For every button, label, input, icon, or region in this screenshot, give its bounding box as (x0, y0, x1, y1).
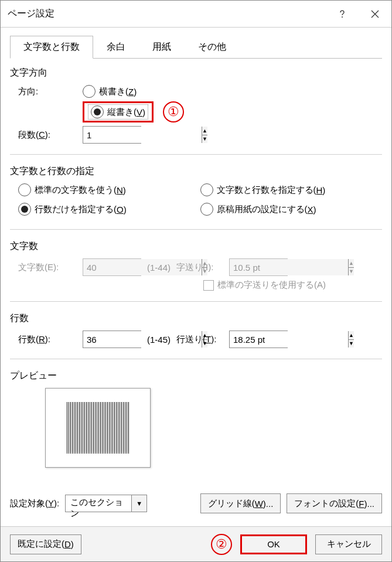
char-count-range: (1-44) (147, 263, 171, 273)
line-count-spinbox[interactable]: ▲▼ (83, 331, 141, 348)
page-setup-dialog: ページ設定 文字数と行数 余白 用紙 その他 文字方向 方向: 横書き(Z) (0, 0, 392, 562)
char-pitch-label: 字送り(I): (176, 262, 229, 273)
tab-chars-lines[interactable]: 文字数と行数 (10, 36, 93, 59)
tab-strip: 文字数と行数 余白 用紙 その他 (10, 36, 382, 59)
spin-down-icon: ▼ (349, 268, 354, 276)
set-default-button[interactable]: 既定に設定(D) (10, 534, 81, 554)
line-count-range: (1-45) (147, 335, 171, 345)
radio-icon (18, 203, 31, 216)
columns-input[interactable] (83, 127, 202, 143)
section-title: 文字方向 (10, 67, 382, 79)
section-spec: 文字数と行数の指定 標準の文字数を使う(N) 文字数と行数を指定する(H) (10, 165, 382, 222)
spin-down-icon[interactable]: ▼ (202, 135, 207, 144)
help-icon (338, 9, 347, 19)
spin-up-icon[interactable]: ▲ (349, 331, 354, 340)
callout-1: ① (163, 101, 184, 122)
radio-icon (91, 105, 104, 118)
radio-standard-chars[interactable]: 標準の文字数を使う(N) (18, 183, 126, 196)
columns-spinbox[interactable]: ▲▼ (83, 126, 141, 144)
cancel-button[interactable]: キャンセル (315, 534, 382, 554)
line-count-label: 行数(R): (18, 334, 83, 345)
radio-lines-only[interactable]: 行数だけを指定する(O) (18, 203, 127, 216)
radio-icon (18, 183, 31, 196)
chevron-down-icon: ▼ (131, 495, 146, 512)
columns-label: 段数(C): (18, 130, 83, 141)
preview-lines-icon (61, 396, 135, 459)
spin-up-icon[interactable]: ▲ (202, 127, 207, 135)
section-text-direction: 文字方向 方向: 横書き(Z) 縦書き(V) ① 段数( (10, 67, 382, 147)
font-button[interactable]: フォントの設定(F)... (287, 493, 382, 513)
close-button[interactable] (359, 1, 391, 28)
callout-box-1: 縦書き(V) (83, 101, 154, 122)
grid-button[interactable]: グリッド線(W)... (200, 493, 281, 513)
direction-label: 方向: (18, 86, 83, 97)
apply-row: 設定対象(Y): このセクション ▼ グリッド線(W)... フォントの設定(F… (10, 493, 382, 513)
titlebar: ページ設定 (1, 1, 391, 28)
spin-down-icon[interactable]: ▼ (349, 340, 354, 348)
radio-manuscript[interactable]: 原稿用紙の設定にする(X) (200, 203, 316, 216)
tab-paper[interactable]: 用紙 (139, 36, 185, 58)
default-pitch-checkbox (203, 280, 214, 291)
section-preview: プレビュー (10, 370, 382, 474)
char-count-spinbox: ▲▼ (83, 258, 141, 276)
apply-select[interactable]: このセクション ▼ (65, 495, 147, 512)
apply-label: 設定対象(Y): (10, 498, 59, 509)
spin-up-icon: ▲ (349, 259, 354, 268)
help-button[interactable] (326, 1, 359, 28)
dialog-footer: 既定に設定(D) ② OK キャンセル (1, 526, 391, 561)
default-pitch-label: 標準の字送りを使用する(A) (217, 280, 326, 291)
ok-button[interactable]: OK (240, 534, 307, 554)
tab-other[interactable]: その他 (185, 36, 240, 58)
line-pitch-label: 行送り(T): (176, 334, 229, 345)
line-pitch-spinbox[interactable]: ▲▼ (229, 331, 288, 348)
section-lines: 行数 行数(R): ▲▼ (1-45) 行送り(T): ▲▼ (10, 312, 382, 352)
radio-icon (200, 183, 213, 196)
radio-icon (83, 85, 96, 98)
svg-point-0 (342, 16, 343, 18)
radio-vertical[interactable]: 縦書き(V) (88, 104, 148, 120)
close-icon (370, 9, 380, 19)
callout-2: ② (211, 534, 232, 555)
char-count-label: 文字数(E): (18, 262, 83, 273)
preview-box (45, 388, 151, 468)
dialog-title: ページ設定 (8, 8, 326, 20)
radio-horizontal[interactable]: 横書き(Z) (83, 85, 137, 98)
section-chars: 文字数 文字数(E): ▲▼ (1-44) 字送り(I): ▲▼ 標準の字送りを… (10, 240, 382, 294)
tab-margins[interactable]: 余白 (93, 36, 139, 58)
radio-icon (200, 203, 213, 216)
radio-specify-chars-lines[interactable]: 文字数と行数を指定する(H) (200, 183, 326, 196)
char-pitch-spinbox: ▲▼ (229, 258, 288, 276)
